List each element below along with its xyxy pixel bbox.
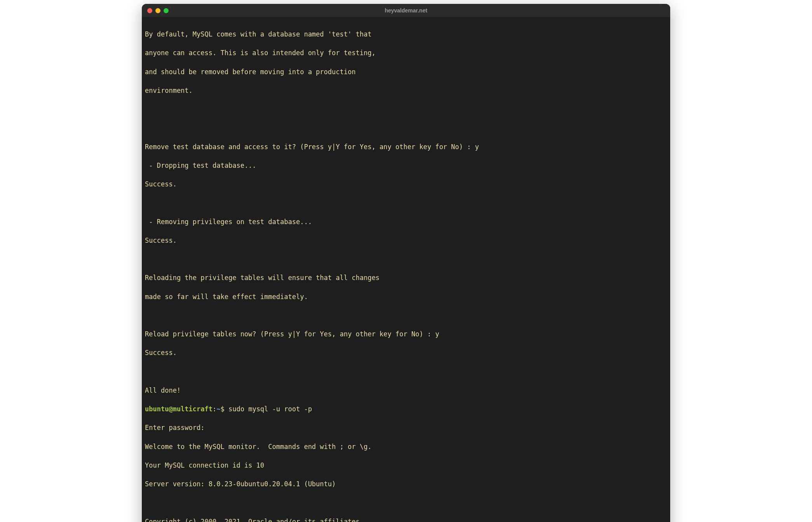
output-line: environment. [145,86,667,95]
output-line: Welcome to the MySQL monitor. Commands e… [145,442,667,451]
command-input: sudo mysql -u root -p [228,405,312,413]
prompt-user-host: ubuntu@multicraft [145,405,213,413]
output-line: Reload privilege tables now? (Press y|Y … [145,329,667,339]
close-icon[interactable] [147,8,152,13]
output-line [145,367,667,376]
prompt-path: ~ [216,405,220,413]
terminal-body[interactable]: By default, MySQL comes with a database … [142,17,670,522]
output-line: All done! [145,386,667,395]
output-line: Server version: 8.0.23-0ubuntu0.20.04.1 … [145,479,667,489]
minimize-icon[interactable] [155,8,160,13]
output-line: Remove test database and access to it? (… [145,142,667,151]
output-line [145,104,667,114]
terminal-window: heyvaldemar.net By default, MySQL comes … [142,4,670,522]
output-line: - Dropping test database... [145,161,667,170]
maximize-icon[interactable] [164,8,169,13]
output-line: Enter password: [145,423,667,432]
output-line: made so far will take effect immediately… [145,292,667,301]
output-line [145,498,667,507]
output-line: Reloading the privilege tables will ensu… [145,273,667,282]
output-line: anyone can access. This is also intended… [145,48,667,57]
output-line: - Removing privileges on test database..… [145,217,667,226]
output-line [145,123,667,132]
output-line: Success. [145,348,667,357]
output-line [145,254,667,264]
prompt-symbol: $ [221,405,228,413]
output-line: Success. [145,179,667,189]
window-title: heyvaldemar.net [385,7,427,14]
output-line [145,198,667,207]
output-line: Your MySQL connection id is 10 [145,461,667,470]
traffic-lights [147,8,169,13]
prompt-line: ubuntu@multicraft:~$ sudo mysql -u root … [145,404,667,414]
prompt-colon: : [213,405,216,413]
output-line: Success. [145,236,667,245]
output-line [145,311,667,320]
output-line: and should be removed before moving into… [145,67,667,77]
title-bar: heyvaldemar.net [142,4,670,17]
output-line: Copyright (c) 2000, 2021, Oracle and/or … [145,517,667,522]
output-line: By default, MySQL comes with a database … [145,30,667,39]
